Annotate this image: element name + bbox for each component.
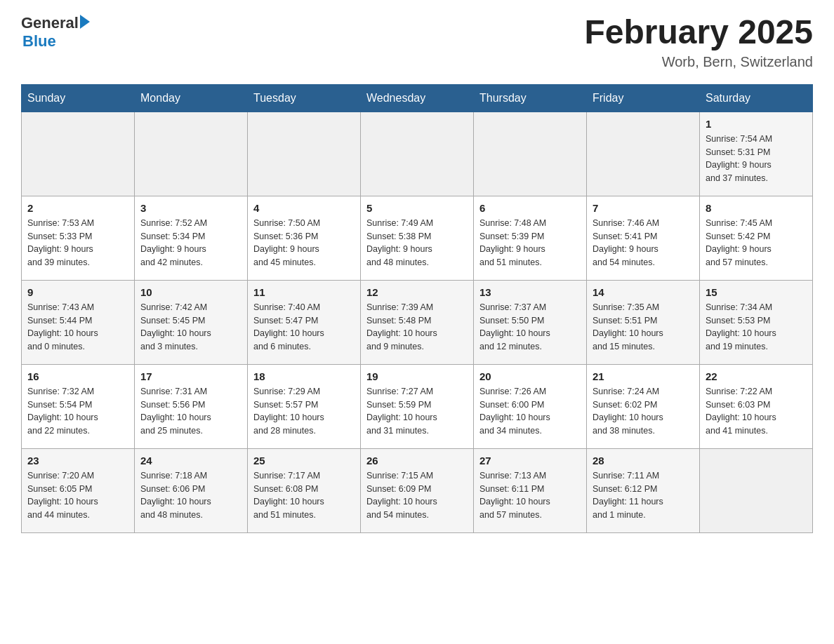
location-text: Worb, Bern, Switzerland (584, 54, 813, 70)
day-info: Sunrise: 7:15 AMSunset: 6:09 PMDaylight:… (366, 469, 468, 522)
day-info: Sunrise: 7:37 AMSunset: 5:50 PMDaylight:… (479, 301, 581, 354)
calendar-cell: 14Sunrise: 7:35 AMSunset: 5:51 PMDayligh… (587, 280, 700, 364)
col-header-sunday: Sunday (22, 84, 135, 112)
day-number: 25 (253, 455, 355, 467)
calendar-week-row: 9Sunrise: 7:43 AMSunset: 5:44 PMDaylight… (22, 280, 813, 364)
logo-general-text: General (21, 14, 79, 32)
day-number: 15 (706, 286, 807, 298)
calendar-cell: 12Sunrise: 7:39 AMSunset: 5:48 PMDayligh… (361, 280, 474, 364)
day-number: 2 (27, 202, 128, 214)
day-info: Sunrise: 7:49 AMSunset: 5:38 PMDaylight:… (366, 217, 468, 269)
calendar-cell: 7Sunrise: 7:46 AMSunset: 5:41 PMDaylight… (587, 196, 700, 280)
day-info: Sunrise: 7:13 AMSunset: 6:11 PMDaylight:… (479, 469, 581, 522)
calendar-cell: 4Sunrise: 7:50 AMSunset: 5:36 PMDaylight… (248, 196, 361, 280)
day-number: 23 (27, 455, 128, 467)
calendar-cell: 24Sunrise: 7:18 AMSunset: 6:06 PMDayligh… (135, 448, 248, 532)
day-number: 11 (253, 286, 355, 298)
day-info: Sunrise: 7:22 AMSunset: 6:03 PMDaylight:… (706, 385, 807, 438)
col-header-tuesday: Tuesday (248, 84, 361, 112)
calendar-cell (587, 112, 700, 196)
day-info: Sunrise: 7:40 AMSunset: 5:47 PMDaylight:… (253, 301, 355, 354)
day-info: Sunrise: 7:20 AMSunset: 6:05 PMDaylight:… (27, 469, 128, 522)
logo: General Blue (21, 14, 90, 51)
calendar-cell (700, 448, 813, 532)
calendar-cell: 11Sunrise: 7:40 AMSunset: 5:47 PMDayligh… (248, 280, 361, 364)
day-number: 28 (593, 455, 694, 467)
day-number: 6 (479, 202, 581, 214)
calendar-cell (474, 112, 587, 196)
day-info: Sunrise: 7:31 AMSunset: 5:56 PMDaylight:… (140, 385, 241, 438)
day-info: Sunrise: 7:34 AMSunset: 5:53 PMDaylight:… (706, 301, 807, 354)
calendar-week-row: 1Sunrise: 7:54 AMSunset: 5:31 PMDaylight… (22, 112, 813, 196)
day-info: Sunrise: 7:45 AMSunset: 5:42 PMDaylight:… (706, 217, 807, 269)
calendar-cell: 19Sunrise: 7:27 AMSunset: 5:59 PMDayligh… (361, 364, 474, 448)
calendar-cell: 8Sunrise: 7:45 AMSunset: 5:42 PMDaylight… (700, 196, 813, 280)
day-number: 13 (479, 286, 581, 298)
day-number: 22 (706, 370, 807, 382)
calendar-week-row: 2Sunrise: 7:53 AMSunset: 5:33 PMDaylight… (22, 196, 813, 280)
day-info: Sunrise: 7:54 AMSunset: 5:31 PMDaylight:… (706, 133, 807, 185)
calendar-cell (361, 112, 474, 196)
calendar-cell: 17Sunrise: 7:31 AMSunset: 5:56 PMDayligh… (135, 364, 248, 448)
day-number: 24 (140, 455, 241, 467)
calendar-cell: 26Sunrise: 7:15 AMSunset: 6:09 PMDayligh… (361, 448, 474, 532)
calendar-header-row: SundayMondayTuesdayWednesdayThursdayFrid… (22, 84, 813, 112)
title-section: February 2025 Worb, Bern, Switzerland (584, 14, 813, 70)
calendar-cell: 3Sunrise: 7:52 AMSunset: 5:34 PMDaylight… (135, 196, 248, 280)
calendar-cell: 27Sunrise: 7:13 AMSunset: 6:11 PMDayligh… (474, 448, 587, 532)
month-title: February 2025 (584, 14, 813, 51)
day-info: Sunrise: 7:42 AMSunset: 5:45 PMDaylight:… (140, 301, 241, 354)
day-number: 4 (253, 202, 355, 214)
day-number: 19 (366, 370, 468, 382)
day-info: Sunrise: 7:18 AMSunset: 6:06 PMDaylight:… (140, 469, 241, 522)
day-number: 16 (27, 370, 128, 382)
logo-blue-text: Blue (22, 32, 56, 51)
day-info: Sunrise: 7:52 AMSunset: 5:34 PMDaylight:… (140, 217, 241, 269)
calendar-cell: 28Sunrise: 7:11 AMSunset: 6:12 PMDayligh… (587, 448, 700, 532)
day-number: 26 (366, 455, 468, 467)
day-info: Sunrise: 7:39 AMSunset: 5:48 PMDaylight:… (366, 301, 468, 354)
col-header-monday: Monday (135, 84, 248, 112)
col-header-wednesday: Wednesday (361, 84, 474, 112)
day-number: 9 (27, 286, 128, 298)
logo-arrow-icon (80, 15, 90, 29)
calendar-cell: 6Sunrise: 7:48 AMSunset: 5:39 PMDaylight… (474, 196, 587, 280)
col-header-friday: Friday (587, 84, 700, 112)
day-number: 1 (706, 118, 807, 130)
calendar-cell: 9Sunrise: 7:43 AMSunset: 5:44 PMDaylight… (22, 280, 135, 364)
day-number: 27 (479, 455, 581, 467)
col-header-thursday: Thursday (474, 84, 587, 112)
calendar-cell: 23Sunrise: 7:20 AMSunset: 6:05 PMDayligh… (22, 448, 135, 532)
day-info: Sunrise: 7:32 AMSunset: 5:54 PMDaylight:… (27, 385, 128, 438)
day-info: Sunrise: 7:26 AMSunset: 6:00 PMDaylight:… (479, 385, 581, 438)
day-number: 3 (140, 202, 241, 214)
calendar-cell: 10Sunrise: 7:42 AMSunset: 5:45 PMDayligh… (135, 280, 248, 364)
page-header: General Blue February 2025 Worb, Bern, S… (21, 14, 813, 70)
day-number: 18 (253, 370, 355, 382)
day-number: 14 (593, 286, 694, 298)
calendar-cell: 15Sunrise: 7:34 AMSunset: 5:53 PMDayligh… (700, 280, 813, 364)
calendar-week-row: 23Sunrise: 7:20 AMSunset: 6:05 PMDayligh… (22, 448, 813, 532)
day-info: Sunrise: 7:50 AMSunset: 5:36 PMDaylight:… (253, 217, 355, 269)
day-number: 20 (479, 370, 581, 382)
day-number: 5 (366, 202, 468, 214)
calendar-cell: 1Sunrise: 7:54 AMSunset: 5:31 PMDaylight… (700, 112, 813, 196)
calendar-cell: 25Sunrise: 7:17 AMSunset: 6:08 PMDayligh… (248, 448, 361, 532)
calendar-cell (248, 112, 361, 196)
day-info: Sunrise: 7:24 AMSunset: 6:02 PMDaylight:… (593, 385, 694, 438)
day-info: Sunrise: 7:35 AMSunset: 5:51 PMDaylight:… (593, 301, 694, 354)
calendar-cell: 5Sunrise: 7:49 AMSunset: 5:38 PMDaylight… (361, 196, 474, 280)
calendar-cell: 22Sunrise: 7:22 AMSunset: 6:03 PMDayligh… (700, 364, 813, 448)
day-info: Sunrise: 7:11 AMSunset: 6:12 PMDaylight:… (593, 469, 694, 522)
day-info: Sunrise: 7:27 AMSunset: 5:59 PMDaylight:… (366, 385, 468, 438)
day-number: 7 (593, 202, 694, 214)
day-number: 10 (140, 286, 241, 298)
calendar-cell: 20Sunrise: 7:26 AMSunset: 6:00 PMDayligh… (474, 364, 587, 448)
calendar-week-row: 16Sunrise: 7:32 AMSunset: 5:54 PMDayligh… (22, 364, 813, 448)
day-info: Sunrise: 7:46 AMSunset: 5:41 PMDaylight:… (593, 217, 694, 269)
calendar-cell: 21Sunrise: 7:24 AMSunset: 6:02 PMDayligh… (587, 364, 700, 448)
day-info: Sunrise: 7:29 AMSunset: 5:57 PMDaylight:… (253, 385, 355, 438)
calendar-cell: 2Sunrise: 7:53 AMSunset: 5:33 PMDaylight… (22, 196, 135, 280)
day-info: Sunrise: 7:48 AMSunset: 5:39 PMDaylight:… (479, 217, 581, 269)
calendar-cell (22, 112, 135, 196)
